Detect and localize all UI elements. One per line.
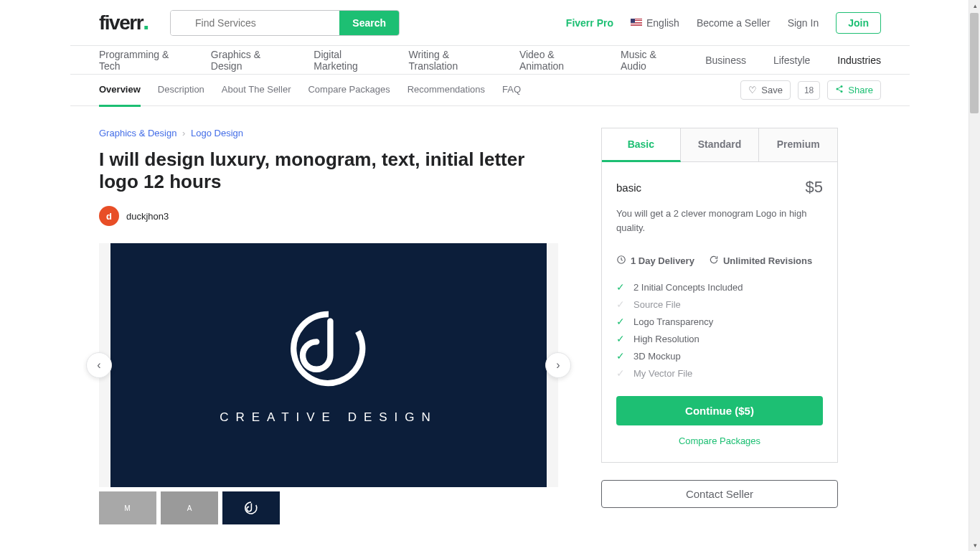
search-input[interactable] [171,11,328,35]
tab-standard[interactable]: Standard [681,128,760,162]
compare-packages-link[interactable]: Compare Packages [616,435,823,446]
feature-label: 2 Initial Concepts Included [633,282,743,293]
search-container: Search [170,10,400,36]
header-right: Fiverr Pro English Become a Seller Sign … [566,12,881,34]
check-icon: ✓ [616,350,626,362]
continue-button[interactable]: Continue ($5) [616,396,823,425]
gig-subnav: Overview Description About The Seller Co… [70,75,910,106]
gallery-next-button[interactable]: › [545,352,571,378]
check-icon: ✓ [616,298,626,310]
subnav-about-seller[interactable]: About The Seller [222,74,291,107]
feature-label: My Vector File [633,368,692,379]
gig-title: I will design luxury, monogram, text, in… [99,149,558,193]
search-button[interactable]: Search [339,11,399,35]
left-column: Graphics & Design › Logo Design I will d… [99,128,558,551]
gallery-main-image[interactable]: CREATIVE DESIGN [110,243,547,487]
logo-text: fiverr [99,11,143,34]
package-body: basic $5 You will get a 2 clever monogra… [602,162,837,462]
thumb-2[interactable]: A [161,491,218,524]
revisions-label: Unlimited Revisions [723,255,812,266]
cat-digital[interactable]: Digital Marketing [314,49,381,72]
subnav-compare[interactable]: Compare Packages [308,74,390,107]
clock-icon [616,255,626,267]
cat-industries[interactable]: Industries [837,55,881,66]
scroll-thumb[interactable] [970,13,979,113]
features-list: ✓2 Initial Concepts Included ✓Source Fil… [616,278,823,382]
cat-graphics[interactable]: Graphics & Design [211,49,286,72]
feature-item: ✓Logo Transparency [616,313,823,330]
refresh-icon [709,255,719,267]
tab-basic[interactable]: Basic [602,128,681,162]
share-label: Share [848,85,873,95]
feature-label: High Resolution [633,334,699,344]
heart-icon: ♡ [748,85,757,95]
delivery-label: 1 Day Delivery [631,255,694,266]
language-label: English [646,17,679,29]
subnav-right: ♡ Save 18 Share [740,80,881,100]
subnav-faq[interactable]: FAQ [502,74,521,107]
fiverr-pro-link[interactable]: Fiverr Pro [566,17,613,29]
chevron-right-icon: › [556,359,560,372]
join-button[interactable]: Join [836,12,881,34]
us-flag-icon [631,19,642,27]
subnav-recommendations[interactable]: Recommendations [407,74,485,107]
cat-programming[interactable]: Programming & Tech [99,49,184,72]
subnav-left: Overview Description About The Seller Co… [99,74,521,107]
cat-lifestyle[interactable]: Lifestyle [773,55,810,66]
scroll-up-icon[interactable]: ▴ [969,0,980,11]
feature-item: ✓2 Initial Concepts Included [616,278,823,296]
package-description: You will get a 2 clever monogram Logo in… [616,207,823,235]
subnav-overview[interactable]: Overview [99,74,141,107]
svg-point-2 [841,85,843,88]
scrollbar[interactable]: ▴ ▾ [969,0,980,551]
package-name: basic [616,182,641,194]
share-button[interactable]: Share [827,80,881,100]
subnav-description[interactable]: Description [158,74,204,107]
delivery-row: 1 Day Delivery Unlimited Revisions [616,255,823,267]
gallery-thumbs: M A [99,491,558,524]
become-seller-link[interactable]: Become a Seller [697,17,771,29]
tab-premium[interactable]: Premium [759,128,837,162]
check-icon: ✓ [616,333,626,344]
category-nav: Programming & Tech Graphics & Design Dig… [70,46,910,75]
gallery-prev-button[interactable]: ‹ [86,352,112,378]
share-icon [835,85,844,95]
thumb-1[interactable]: M [99,491,156,524]
slide-text: CREATIVE DESIGN [220,410,438,425]
package-price: $5 [806,178,823,197]
scroll-down-icon[interactable]: ▾ [969,540,980,551]
cat-music[interactable]: Music & Audio [621,49,678,72]
cat-business[interactable]: Business [705,55,746,66]
gig-logo-graphic [286,306,372,392]
feature-label: 3D Mockup [633,351,681,362]
gallery: ‹ CREATIVE DESIGN › [99,243,558,487]
breadcrumb-sep: › [182,128,185,138]
feature-label: Logo Transparency [633,316,713,327]
search-wrap [171,11,339,35]
right-column: Basic Standard Premium basic $5 You will… [601,128,838,551]
cat-video[interactable]: Video & Animation [519,49,593,72]
contact-seller-button[interactable]: Contact Seller [601,480,838,508]
breadcrumb-subcategory[interactable]: Logo Design [191,128,243,138]
logo-dot: . [143,7,149,34]
sign-in-link[interactable]: Sign In [788,17,819,29]
feature-item: ✓My Vector File [616,364,823,382]
svg-point-3 [837,88,839,90]
feature-item: ✓3D Mockup [616,347,823,364]
seller-avatar[interactable]: d [99,206,119,226]
main-header: fiverr. Search Fiverr Pro English Become… [70,0,910,46]
seller-name[interactable]: duckjhon3 [126,211,169,222]
package-tabs: Basic Standard Premium [602,128,837,162]
revisions: Unlimited Revisions [709,255,812,267]
feature-item: ✓High Resolution [616,330,823,347]
save-button[interactable]: ♡ Save [740,80,791,100]
package-header: basic $5 [616,178,823,197]
language-selector[interactable]: English [631,17,679,29]
breadcrumb-category[interactable]: Graphics & Design [99,128,176,138]
check-icon: ✓ [616,367,626,379]
seller-row: d duckjhon3 [99,206,558,226]
chevron-left-icon: ‹ [97,359,100,372]
thumb-3[interactable] [222,491,280,524]
logo[interactable]: fiverr. [99,11,149,34]
cat-writing[interactable]: Writing & Translation [408,49,491,72]
